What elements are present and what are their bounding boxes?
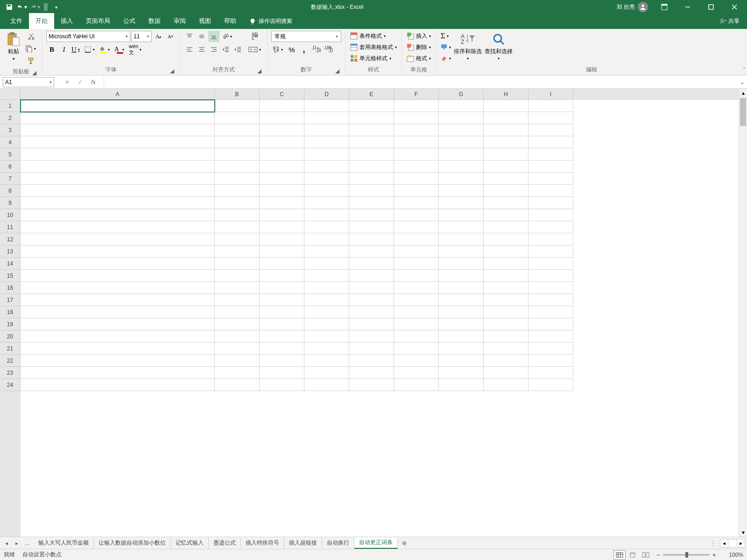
cell[interactable] [304,355,349,367]
cell[interactable] [394,318,439,330]
conditional-format-button[interactable]: 条件格式▾ [349,31,398,41]
sheet-tab[interactable]: 墨迹公式 [209,538,241,549]
cell[interactable] [349,161,394,173]
cell[interactable] [215,209,260,221]
save-icon[interactable] [4,1,15,13]
close-button[interactable] [724,0,745,14]
cell[interactable] [21,367,215,379]
cell[interactable] [439,112,484,124]
tab-review[interactable]: 审阅 [167,13,192,29]
cell[interactable] [484,294,529,306]
row-header[interactable]: 11 [0,221,21,233]
cell[interactable] [484,355,529,367]
align-bottom-button[interactable] [208,31,219,42]
cell[interactable] [349,100,394,112]
cell[interactable] [260,367,304,379]
cell[interactable] [260,330,304,343]
cell[interactable] [394,161,439,173]
clear-button[interactable]: ▾ [440,53,452,63]
cell[interactable] [304,173,349,185]
cell[interactable] [260,294,304,306]
cell[interactable] [349,355,394,367]
cell[interactable] [349,282,394,294]
column-header[interactable]: I [529,89,573,100]
cell[interactable] [260,161,304,173]
cell[interactable] [260,185,304,197]
tab-formulas[interactable]: 公式 [117,13,142,29]
cell[interactable] [21,306,215,318]
cell[interactable] [394,124,439,136]
cell[interactable] [484,221,529,233]
insert-function-button[interactable]: fx [88,77,99,87]
delete-cells-button[interactable]: 删除▾ [406,42,432,52]
cell[interactable] [529,233,573,245]
zoom-in-button[interactable]: + [712,551,716,559]
cell[interactable] [484,245,529,258]
row-header[interactable]: 6 [0,161,21,173]
font-size-combo[interactable]: ▾ [131,31,152,42]
cell[interactable] [260,379,304,391]
cell[interactable] [439,173,484,185]
cell[interactable] [215,221,260,233]
cell[interactable] [304,294,349,306]
share-button[interactable]: 共享 [712,14,747,29]
cell[interactable] [349,148,394,161]
cell[interactable] [484,318,529,330]
sheet-nav-prev[interactable]: ◂ [3,540,10,546]
cell[interactable] [349,233,394,245]
cell[interactable] [260,270,304,282]
cell[interactable] [304,270,349,282]
cell[interactable] [304,233,349,245]
cell[interactable] [529,294,573,306]
font-dialog-launcher[interactable]: ◢ [169,68,175,74]
column-header[interactable]: F [394,89,439,100]
scroll-down-button[interactable]: ▾ [739,528,747,537]
cell[interactable] [215,233,260,245]
tab-layout[interactable]: 页面布局 [79,13,117,29]
cell[interactable] [304,209,349,221]
cell[interactable] [439,233,484,245]
cell[interactable] [349,221,394,233]
cell[interactable] [529,209,573,221]
cell[interactable] [484,306,529,318]
cell-styles-button[interactable]: 单元格样式▾ [349,53,398,63]
cell[interactable] [21,294,215,306]
sheet-tab[interactable]: 输入大写人民币金额 [34,538,94,549]
sheet-nav-next[interactable]: ▸ [13,540,21,546]
cell[interactable] [484,330,529,343]
cell[interactable] [529,148,573,161]
collapse-ribbon-button[interactable]: ˆ [743,67,745,73]
cell[interactable] [21,282,215,294]
cell[interactable] [349,343,394,355]
underline-button[interactable]: U▾ [70,44,82,55]
undo-button[interactable]: ▾ [17,1,28,13]
align-center-button[interactable] [196,44,207,55]
cell[interactable] [215,318,260,330]
cell[interactable] [21,355,215,367]
row-header[interactable]: 23 [0,367,21,379]
cell[interactable] [439,148,484,161]
cut-button[interactable] [24,31,38,42]
cell[interactable] [21,343,215,355]
cell[interactable] [439,282,484,294]
tab-data[interactable]: 数据 [142,13,167,29]
cell[interactable] [215,245,260,258]
cell[interactable] [260,233,304,245]
row-header[interactable]: 5 [0,148,21,161]
row-header[interactable]: 9 [0,197,21,209]
row-header[interactable]: 2 [0,112,21,124]
cell[interactable] [260,112,304,124]
cell[interactable] [21,173,215,185]
cell[interactable] [215,330,260,343]
fill-color-button[interactable]: ▾ [98,44,112,55]
cell[interactable] [439,379,484,391]
cell[interactable] [439,343,484,355]
cell[interactable] [394,270,439,282]
phonetic-button[interactable]: wén文▾ [128,44,144,55]
qat-customize-button[interactable]: ▾ [50,1,62,13]
cell[interactable] [484,197,529,209]
number-format-combo[interactable]: 常规▾ [271,31,341,42]
cell[interactable] [349,185,394,197]
cell[interactable] [215,294,260,306]
cell[interactable] [260,306,304,318]
